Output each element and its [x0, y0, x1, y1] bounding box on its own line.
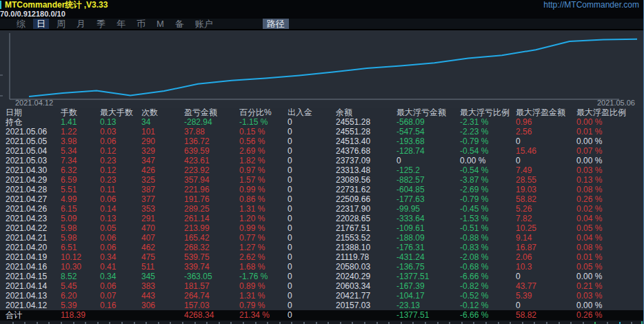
- table-cell: 5.39: [61, 301, 100, 310]
- table-cell: 0.12: [100, 166, 141, 175]
- table-cell: 0.00 %: [576, 272, 643, 281]
- table-cell: 0: [516, 137, 576, 146]
- table-cell: 2.62 %: [239, 253, 288, 262]
- table-cell: -1.76 %: [239, 272, 288, 281]
- column-header-3[interactable]: 次数: [141, 108, 184, 117]
- column-header-8[interactable]: 最大浮亏金额: [396, 108, 460, 117]
- menu-item-3[interactable]: 月: [71, 19, 91, 29]
- table-row-day[interactable]: 2021.04.206.510.06462268.321.27 %021388.…: [0, 243, 643, 252]
- table-cell: 2.06: [516, 253, 576, 262]
- table-row-day[interactable]: 2021.04.225.980.05470213.990.99 %021767.…: [0, 223, 643, 233]
- table-cell: -1.53 %: [460, 214, 516, 223]
- table-cell: 268.32: [184, 243, 239, 252]
- menu-item-4[interactable]: 季: [91, 19, 111, 29]
- column-header-7[interactable]: 余额: [336, 108, 396, 117]
- column-header-10[interactable]: 最大浮盈金额: [516, 108, 576, 117]
- column-header-4[interactable]: 盈亏金额: [184, 108, 239, 117]
- column-header-2[interactable]: 最大手数: [100, 108, 141, 117]
- menu-item-7[interactable]: M: [151, 19, 170, 29]
- column-header-9[interactable]: 最大浮亏比例: [460, 108, 516, 117]
- balance-line-svg: [0, 30, 644, 108]
- table-cell: -99.95: [396, 205, 460, 214]
- table-cell: -109.61: [396, 224, 460, 233]
- table-cell: 213.99: [184, 224, 239, 233]
- table-row-day[interactable]: 2021.04.158.520.34345-363.05-1.76 %02024…: [0, 272, 643, 281]
- table-cell: 383: [141, 282, 184, 291]
- table-cell: 0.56 %: [239, 137, 288, 146]
- table-cell: 1.41: [61, 118, 100, 127]
- table-cell: 345: [141, 272, 184, 281]
- table-cell: 539.75: [184, 253, 239, 262]
- table-cell: 19.03: [516, 185, 576, 194]
- column-header-6[interactable]: 出入金: [288, 108, 336, 117]
- website-link[interactable]: http://MTCommander.com: [543, 0, 643, 10]
- table-cell: 423.61: [184, 156, 239, 165]
- column-header-11[interactable]: 最大浮盈比例: [576, 108, 643, 117]
- menu-item-5[interactable]: 年: [111, 19, 131, 29]
- column-header-0[interactable]: 日期: [6, 108, 61, 117]
- table-cell: -23.13: [396, 301, 460, 310]
- table-cell: 0.04 %: [576, 214, 643, 223]
- table-row-day[interactable]: 2021.04.145.450.06383181.570.89 %020603.…: [0, 281, 643, 291]
- table-row-day[interactable]: 2021.04.215.980.06407165.420.77 %021553.…: [0, 233, 643, 243]
- table-cell: 0: [288, 234, 336, 243]
- app-title: MTCommander统计 ,V3.33: [0, 0, 108, 11]
- table-cell: 0.21 %: [576, 282, 643, 291]
- table-cell: 10.3: [516, 263, 576, 272]
- menu-item-9[interactable]: 账户: [190, 19, 219, 29]
- table-cell: 24513.40: [336, 137, 396, 146]
- table-cell: 23089.56: [336, 176, 396, 185]
- table-cell: 264.74: [184, 292, 239, 301]
- table-row-day[interactable]: 2021.04.266.150.14353289.251.31 %022317.…: [0, 204, 643, 214]
- table-cell: 34: [141, 118, 184, 127]
- bottom-scrollbar[interactable]: [0, 320, 643, 324]
- table-cell: 511: [141, 263, 184, 272]
- table-row-total[interactable]: 合计118.394268.3421.34 %0-1377.51-6.66 %58…: [0, 310, 643, 320]
- path-button[interactable]: 路径: [263, 19, 289, 29]
- table-cell: 0.05: [100, 224, 141, 233]
- menu-item-1[interactable]: 日: [33, 19, 49, 29]
- table-row-day[interactable]: 2021.04.274.990.06377191.760.86 %022509.…: [0, 194, 643, 204]
- table-cell: 20157.03: [336, 301, 396, 310]
- menu-item-2[interactable]: 周: [51, 19, 71, 29]
- table-cell: 0.03 %: [576, 166, 643, 175]
- column-header-1[interactable]: 手数: [61, 108, 100, 117]
- balance-chart: 2021.04.12 2021.05.06: [0, 30, 643, 108]
- table-cell: 0.00 %: [576, 156, 643, 165]
- table-row-day[interactable]: 2021.04.296.590.23325357.941.57 %023089.…: [0, 175, 643, 185]
- table-row-position[interactable]: 持仓1.410.1334-282.94-1.15 %024551.28-568.…: [0, 117, 643, 127]
- table-row-day[interactable]: 2021.04.125.390.16306157.030.79 %020157.…: [0, 301, 643, 310]
- table-cell: -0.88 %: [460, 234, 516, 243]
- daily-stats-table: 日期手数最大手数次数盈亏金额百分比%出入金余额最大浮亏金额最大浮亏比例最大浮盈金…: [0, 108, 643, 320]
- menu-item-6[interactable]: 币: [131, 19, 151, 29]
- column-header-5[interactable]: 百分比%: [239, 108, 288, 117]
- table-cell: 290: [141, 137, 184, 146]
- table-row-day[interactable]: 2021.05.053.980.06290136.720.56 %024513.…: [0, 136, 643, 146]
- table-cell: 2021.04.29: [6, 176, 61, 185]
- resize-grip-icon[interactable]: [637, 321, 643, 324]
- table-row-day[interactable]: 2021.04.1910.120.34475539.752.62 %021119…: [0, 252, 643, 262]
- table-cell: 6.32: [61, 166, 100, 175]
- table-row-day[interactable]: 2021.04.235.090.13291261.141.20 %022028.…: [0, 214, 643, 223]
- table-row-day[interactable]: 2021.04.136.200.07443264.741.31 %020421.…: [0, 291, 643, 301]
- table-cell: 2021.04.30: [6, 166, 61, 175]
- table-row-day[interactable]: 2021.04.285.510.11387221.960.99 %022731.…: [0, 185, 643, 194]
- table-cell: 20603.34: [336, 282, 396, 291]
- table-row-day[interactable]: 2021.05.037.340.23347423.611.82 %023737.…: [0, 156, 643, 165]
- menu-item-0[interactable]: 综: [11, 19, 31, 29]
- table-row-day[interactable]: 2021.05.045.340.12329639.592.69 %024376.…: [0, 146, 643, 156]
- account-summary-text: 70.0/0.912180.0/10: [0, 10, 643, 19]
- table-cell: 118.39: [61, 311, 100, 320]
- table-cell: 0.96: [516, 118, 576, 127]
- table-cell: 2021.04.23: [6, 214, 61, 223]
- table-cell: 0: [516, 156, 576, 165]
- menu-item-8[interactable]: 备: [170, 19, 190, 29]
- table-cell: 0.00 %: [576, 137, 643, 146]
- table-cell: 0.99 %: [239, 224, 288, 233]
- table-cell: -3.87 %: [460, 176, 516, 185]
- table-row-day[interactable]: 2021.04.1610.300.41511339.741.68 %020580…: [0, 262, 643, 272]
- table-row-day[interactable]: 2021.04.306.320.12426223.920.97 %023313.…: [0, 165, 643, 175]
- table-cell: -6.66 %: [460, 272, 516, 281]
- table-row-day[interactable]: 2021.05.061.220.0310137.880.15 %024551.2…: [0, 127, 643, 136]
- table-cell: 4.99: [61, 195, 100, 204]
